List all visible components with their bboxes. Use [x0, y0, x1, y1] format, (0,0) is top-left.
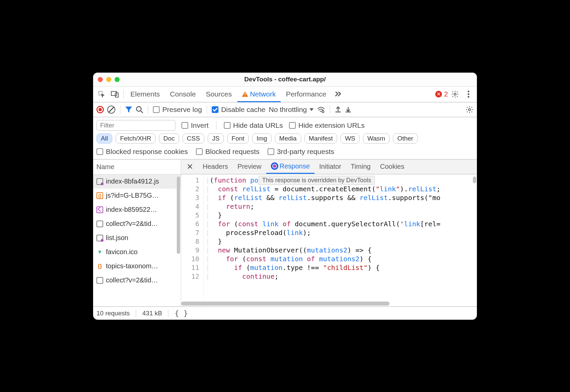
- kebab-menu-icon[interactable]: [462, 87, 475, 101]
- chip-wasm[interactable]: Wasm: [363, 133, 390, 144]
- override-indicator-icon: [271, 162, 278, 170]
- line-gutter: 123456789101112: [181, 174, 203, 306]
- record-button[interactable]: [96, 106, 104, 113]
- throttling-select[interactable]: No throttling: [269, 106, 314, 114]
- blocked-requests-checkbox[interactable]: Blocked requests: [196, 148, 259, 156]
- svg-rect-3: [245, 93, 245, 95]
- error-count[interactable]: ✕ 2: [435, 90, 448, 98]
- invert-checkbox[interactable]: Invert: [181, 121, 209, 129]
- status-size: 431 kB: [142, 310, 162, 317]
- upload-har-icon[interactable]: [335, 106, 341, 113]
- request-list-scrollbar[interactable]: [177, 177, 180, 254]
- type-filter-chips: AllFetch/XHRDocCSSJSFontImgMediaManifest…: [93, 132, 477, 146]
- detail-tabstrip: ✕ HeadersPreviewResponseInitiatorTimingC…: [181, 160, 477, 174]
- svg-point-9: [136, 107, 141, 111]
- blocked-filters-row: Blocked response cookies Blocked request…: [93, 146, 477, 160]
- network-main: Name index-8bfa4912.js{}js?id=G-LB75G…in…: [93, 160, 477, 306]
- chip-css[interactable]: CSS: [182, 133, 204, 144]
- horizontal-scrollbar[interactable]: [181, 302, 390, 306]
- svg-point-12: [469, 109, 471, 111]
- request-row[interactable]: collect?v=2&tid…: [93, 217, 181, 231]
- request-row[interactable]: collect?v=2&tid…: [93, 273, 181, 287]
- response-code[interactable]: 123456789101112 |(function polyfil| cons…: [181, 174, 477, 306]
- request-row[interactable]: index-b859522…: [93, 203, 181, 217]
- search-icon[interactable]: [136, 106, 143, 113]
- tab-network[interactable]: Network: [237, 87, 281, 102]
- network-toolbar: Preserve log Disable cache No throttling: [93, 103, 477, 117]
- svg-line-10: [141, 111, 143, 113]
- settings-icon[interactable]: [449, 87, 461, 101]
- request-list-panel: Name index-8bfa4912.js{}js?id=G-LB75G…in…: [93, 160, 181, 306]
- detail-tab-cookies[interactable]: Cookies: [375, 160, 409, 174]
- filter-row: Invert Hide data URLs Hide extension URL…: [93, 117, 477, 132]
- svg-point-8: [468, 96, 470, 98]
- chip-manifest[interactable]: Manifest: [304, 133, 337, 144]
- request-row[interactable]: {}js?id=G-LB75G…: [93, 189, 181, 203]
- hide-data-urls-checkbox[interactable]: Hide data URLs: [224, 121, 283, 129]
- code-content: |(function polyfil| const relList = docu…: [203, 174, 477, 306]
- preserve-log-checkbox[interactable]: Preserve log: [153, 106, 202, 114]
- network-settings-icon[interactable]: [465, 106, 474, 114]
- chip-other[interactable]: Other: [393, 133, 418, 144]
- tab-elements[interactable]: Elements: [126, 87, 165, 102]
- chevron-down-icon: [310, 108, 314, 111]
- hide-extension-urls-checkbox[interactable]: Hide extension URLs: [289, 121, 365, 129]
- request-row[interactable]: ▼favicon.ico: [93, 245, 181, 259]
- status-requests: 10 requests: [96, 310, 130, 317]
- detail-tab-timing[interactable]: Timing: [346, 160, 375, 174]
- error-icon: ✕: [435, 91, 442, 97]
- download-har-icon[interactable]: [345, 106, 352, 113]
- request-row[interactable]: list.json: [93, 231, 181, 245]
- devtools-window: DevTools - coffee-cart.app/ Elements Con…: [93, 73, 477, 320]
- pretty-print-icon[interactable]: { }: [174, 309, 188, 317]
- device-toggle-icon[interactable]: [109, 87, 121, 101]
- request-row[interactable]: index-8bfa4912.js: [93, 174, 181, 189]
- request-detail-panel: ✕ HeadersPreviewResponseInitiatorTimingC…: [181, 160, 477, 306]
- detail-tab-response[interactable]: Response: [266, 160, 315, 174]
- request-row[interactable]: {}topics-taxonom…: [93, 259, 181, 273]
- chip-media[interactable]: Media: [275, 133, 301, 144]
- chip-js[interactable]: JS: [208, 133, 224, 144]
- disable-cache-checkbox[interactable]: Disable cache: [212, 106, 266, 114]
- tab-console[interactable]: Console: [165, 87, 201, 102]
- status-bar: 10 requests 431 kB { }: [93, 306, 477, 320]
- detail-tab-initiator[interactable]: Initiator: [315, 160, 346, 174]
- chip-all[interactable]: All: [96, 133, 112, 144]
- titlebar: DevTools - coffee-cart.app/: [93, 73, 477, 87]
- tab-sources[interactable]: Sources: [201, 87, 237, 102]
- svg-rect-4: [245, 95, 245, 96]
- filter-toggle-icon[interactable]: [125, 106, 132, 113]
- chip-ws[interactable]: WS: [340, 133, 360, 144]
- warning-icon: [242, 91, 248, 97]
- svg-point-7: [468, 93, 470, 95]
- close-detail-icon[interactable]: ✕: [183, 162, 197, 171]
- svg-point-6: [468, 91, 470, 92]
- chip-fetchxhr[interactable]: Fetch/XHR: [116, 133, 156, 144]
- third-party-checkbox[interactable]: 3rd-party requests: [268, 148, 334, 156]
- svg-point-5: [454, 93, 456, 95]
- tab-performance[interactable]: Performance: [281, 87, 331, 102]
- override-tooltip: This response is overridden by DevTools: [258, 176, 375, 185]
- inspect-icon[interactable]: [95, 87, 108, 101]
- vertical-scrollbar[interactable]: [473, 177, 476, 183]
- main-tabstrip: Elements Console Sources Network Perform…: [93, 87, 477, 103]
- detail-tab-headers[interactable]: Headers: [198, 160, 233, 174]
- network-conditions-icon[interactable]: [317, 106, 325, 113]
- svg-point-11: [322, 111, 324, 113]
- svg-rect-1: [111, 91, 117, 95]
- chip-img[interactable]: Img: [252, 133, 272, 144]
- clear-button[interactable]: [107, 106, 115, 114]
- window-title: DevTools - coffee-cart.app/: [93, 76, 477, 83]
- filter-input[interactable]: [96, 120, 175, 131]
- detail-tab-preview[interactable]: Preview: [233, 160, 266, 174]
- blocked-cookies-checkbox[interactable]: Blocked response cookies: [96, 148, 188, 156]
- chip-doc[interactable]: Doc: [159, 133, 179, 144]
- chip-font[interactable]: Font: [227, 133, 249, 144]
- request-list-header: Name: [93, 160, 181, 174]
- more-tabs-icon[interactable]: [332, 87, 344, 101]
